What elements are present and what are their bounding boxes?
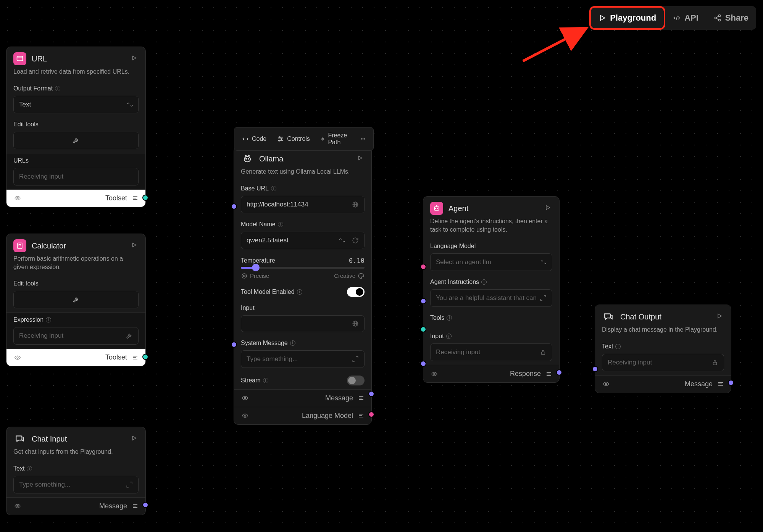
eye-icon[interactable] (430, 371, 439, 377)
expression-input[interactable]: Receiving input (13, 327, 139, 345)
svg-point-4 (718, 19, 720, 21)
input-input[interactable] (241, 315, 365, 332)
run-button[interactable] (129, 434, 139, 444)
edit-tools-button[interactable] (13, 291, 139, 308)
more-button[interactable] (356, 133, 369, 145)
node-calculator[interactable]: Calculator Perform basic arithmetic oper… (6, 234, 146, 366)
sliders-icon (277, 135, 284, 142)
base-url-input[interactable]: http://localhost:11434 (241, 196, 365, 213)
svg-line-5 (716, 16, 719, 17)
output-port-lang[interactable] (368, 411, 374, 418)
node-title: Chat Output (620, 313, 710, 321)
urls-input[interactable]: Receiving input (13, 168, 139, 185)
slider-thumb[interactable] (252, 264, 260, 271)
tool-model-toggle[interactable] (347, 287, 365, 297)
footer-label: Message (685, 380, 713, 388)
info-icon: i (46, 317, 51, 322)
svg-marker-44 (358, 156, 362, 160)
node-agent[interactable]: Agent Define the agent's instructions, t… (423, 196, 560, 383)
chevron-updown-icon: ⌃⌄ (338, 237, 345, 243)
language-model-select[interactable]: Select an agent llm ⌃⌄ (430, 253, 552, 271)
output-format-select[interactable]: Text ⌃⌄ (13, 96, 139, 113)
list-icon (358, 412, 365, 419)
refresh-icon[interactable] (352, 237, 359, 244)
expand-icon (126, 481, 133, 488)
top-toolbar: Playground API Share (589, 6, 756, 30)
input-port-lang[interactable] (420, 264, 426, 270)
node-title: URL (32, 55, 124, 63)
system-message-label: System Message i (241, 340, 365, 347)
palette-icon (358, 272, 365, 279)
run-button[interactable] (543, 203, 552, 214)
wrench-icon (73, 296, 79, 303)
input-port-input[interactable] (420, 361, 426, 367)
chevron-updown-icon: ⌃⌄ (126, 102, 133, 108)
text-input[interactable]: Receiving input (602, 354, 724, 371)
eye-icon[interactable] (241, 413, 249, 419)
svg-point-74 (605, 383, 607, 385)
info-icon: i (55, 86, 60, 91)
input-port[interactable] (592, 366, 598, 372)
eye-icon[interactable] (602, 381, 610, 387)
svg-point-63 (436, 205, 437, 206)
svg-point-65 (437, 208, 438, 209)
node-footer: Response (423, 365, 559, 382)
model-select[interactable]: qwen2.5:latest ⌃⌄ (241, 232, 365, 249)
play-icon (598, 14, 606, 22)
wrench-icon (73, 137, 79, 144)
calculator-icon (13, 239, 26, 252)
svg-rect-73 (713, 362, 717, 365)
input-port-tools[interactable] (420, 326, 426, 332)
output-port[interactable] (142, 502, 148, 508)
playground-button[interactable]: Playground (589, 6, 665, 30)
text-input[interactable]: Type something... (13, 476, 139, 493)
node-desc: Define the agent's instructions, then en… (423, 217, 559, 239)
output-port[interactable] (142, 195, 148, 201)
svg-point-40 (364, 139, 365, 140)
run-button[interactable] (715, 311, 724, 322)
node-chat-input[interactable]: Chat Input Get chat inputs from the Play… (6, 427, 146, 515)
api-button[interactable]: API (665, 8, 706, 28)
edit-tools-button[interactable] (13, 132, 139, 149)
node-chat-output[interactable]: Chat Output Display a chat message in th… (595, 305, 731, 393)
input-port-baseurl[interactable] (231, 203, 237, 210)
lock-icon (540, 349, 547, 356)
agent-instructions-label: Agent Instructions i (430, 279, 552, 285)
input-input[interactable]: Receiving input (430, 343, 552, 361)
info-icon: i (297, 289, 302, 295)
svg-point-41 (244, 156, 250, 162)
footer-label: Toolset (105, 194, 127, 202)
node-ollama[interactable]: Code Controls Freeze Path Ollama Generat… (234, 147, 372, 425)
input-port-instructions[interactable] (420, 298, 426, 304)
temperature-slider[interactable] (241, 267, 365, 269)
svg-point-33 (281, 139, 282, 140)
node-url[interactable]: URL Load and retrive data from specified… (6, 47, 146, 207)
svg-marker-24 (132, 436, 136, 440)
eye-icon[interactable] (13, 195, 22, 201)
run-button[interactable] (129, 240, 139, 251)
controls-button[interactable]: Controls (273, 133, 314, 145)
input-port-input[interactable] (231, 342, 237, 348)
agent-instructions-input[interactable]: You are a helpful assistant that can (430, 289, 552, 307)
output-port[interactable] (728, 380, 734, 386)
svg-point-49 (244, 275, 245, 277)
play-icon (131, 242, 137, 248)
stream-toggle[interactable] (347, 376, 365, 385)
eye-icon[interactable] (241, 395, 249, 401)
language-model-label: Language Model (430, 243, 552, 250)
run-button[interactable] (129, 53, 139, 64)
stream-label: Stream i (241, 377, 268, 384)
system-message-input[interactable]: Type something... (241, 350, 365, 368)
ellipsis-icon (360, 135, 366, 142)
output-port-message[interactable] (368, 391, 374, 397)
code-button[interactable]: Code (238, 133, 270, 145)
svg-point-38 (361, 139, 362, 140)
node-footer: Toolset (6, 349, 145, 366)
eye-icon[interactable] (13, 503, 22, 509)
eye-icon[interactable] (13, 355, 22, 361)
list-icon (132, 354, 139, 361)
model-name-label: Model Name i (241, 221, 365, 228)
run-button[interactable] (355, 153, 365, 164)
share-button[interactable]: Share (706, 8, 756, 28)
freeze-path-button[interactable]: Freeze Path (317, 130, 353, 148)
